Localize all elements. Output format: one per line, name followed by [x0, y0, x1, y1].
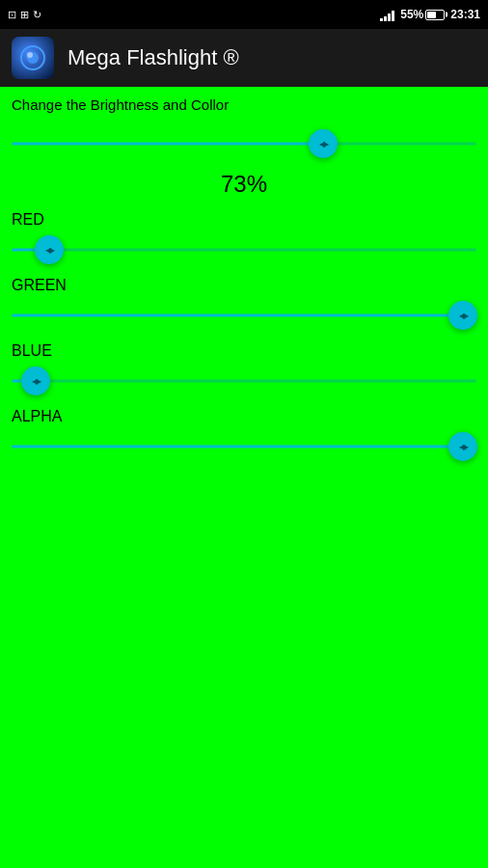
blue-slider[interactable]	[12, 364, 476, 398]
brightness-track-empty	[323, 143, 476, 146]
alpha-label: ALPHA	[12, 408, 476, 425]
green-label: GREEN	[12, 277, 476, 294]
alpha-track-fill	[12, 446, 463, 448]
blue-slider-row: BLUE	[12, 342, 476, 398]
status-bar-left: ⊡ ⊞ ↻	[8, 9, 374, 21]
bar4	[392, 11, 394, 21]
app-header: Mega Flashlight ®	[0, 29, 488, 87]
clock: 23:31	[450, 8, 480, 21]
red-slider[interactable]	[12, 232, 476, 267]
red-track-empty	[49, 249, 476, 252]
green-slider-row: GREEN	[12, 277, 476, 333]
bar1	[380, 18, 383, 21]
svg-point-2	[27, 52, 33, 58]
color-section: RED GREEN BLUE	[12, 211, 476, 464]
green-track-fill	[12, 314, 463, 317]
red-slider-row: RED	[12, 211, 476, 267]
signal-bars	[380, 8, 394, 21]
red-thumb[interactable]	[35, 235, 64, 264]
blue-track-empty	[21, 380, 476, 383]
battery-fill	[427, 12, 436, 18]
brightness-slider-container[interactable]	[12, 126, 476, 161]
status-right: 55% 23:31	[380, 8, 480, 21]
alpha-slider-row: ALPHA	[12, 408, 476, 464]
blue-thumb[interactable]	[21, 366, 50, 395]
app-title: Mega Flashlight ®	[68, 45, 239, 70]
battery-percent: 55%	[400, 8, 423, 21]
brightness-percent: 73%	[12, 171, 476, 198]
battery-icon	[425, 10, 445, 20]
subtitle: Change the Brightness and Collor	[12, 96, 476, 113]
screenshot-icon: ⊡	[8, 9, 16, 21]
green-slider[interactable]	[12, 298, 476, 333]
brightness-thumb[interactable]	[309, 129, 338, 158]
red-label: RED	[12, 211, 476, 229]
brightness-section	[12, 126, 476, 161]
media-icon: ⊞	[20, 9, 29, 21]
alpha-thumb[interactable]	[448, 432, 477, 461]
brightness-track-fill	[12, 143, 323, 146]
bar3	[388, 14, 391, 21]
green-thumb[interactable]	[448, 301, 477, 330]
blue-track-fill	[12, 380, 21, 383]
main-content: Change the Brightness and Collor 73% RED…	[0, 87, 488, 483]
battery-container: 55%	[400, 8, 445, 21]
blue-label: BLUE	[12, 342, 476, 360]
app-icon	[12, 37, 54, 79]
sync-icon: ↻	[33, 9, 41, 21]
bar2	[384, 16, 387, 21]
status-bar: ⊡ ⊞ ↻ 55% 23:31	[0, 0, 488, 29]
alpha-slider[interactable]	[12, 429, 476, 464]
